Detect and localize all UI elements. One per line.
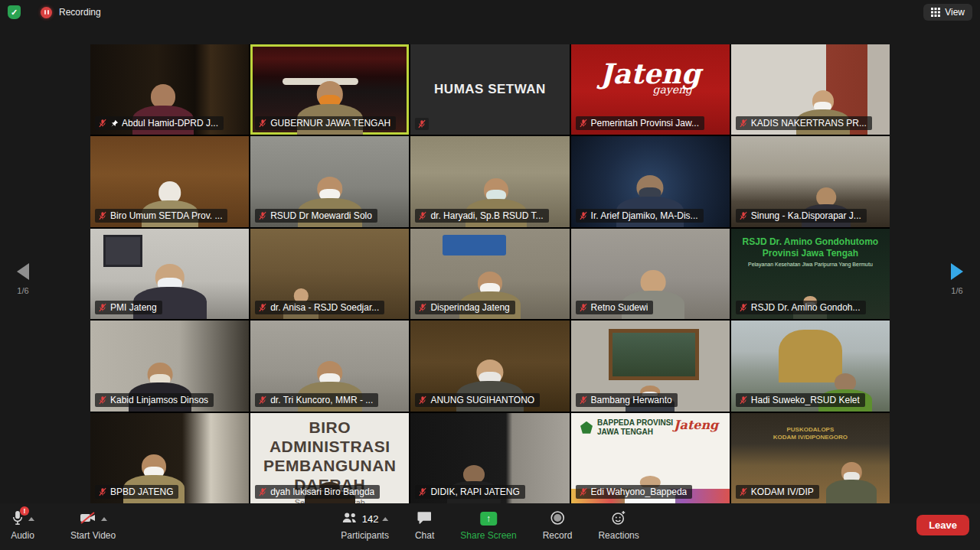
muted-mic-icon — [98, 303, 107, 312]
participant-name: Biro Umum SETDA Prov. ... — [110, 210, 222, 221]
participant-name: KODAM IV/DIP — [751, 487, 814, 497]
pin-icon — [110, 119, 119, 128]
audio-options-caret[interactable] — [28, 517, 34, 521]
muted-mic-icon — [579, 211, 588, 220]
recording-label: Recording — [59, 7, 101, 18]
video-tile[interactable]: Bambang Herwanto — [571, 321, 730, 411]
view-button[interactable]: View — [923, 4, 972, 21]
video-tile[interactable]: Hadi Suweko_RSUD Kelet — [731, 321, 890, 411]
video-tile[interactable]: Retno Sudewi — [571, 229, 730, 319]
tile-banner-text: RSJD Dr. Amino GondohutomoProvinsi Jawa … — [731, 236, 890, 267]
muted-mic-icon — [418, 211, 427, 220]
muted-mic-icon — [98, 395, 107, 405]
microphone-icon: ! — [11, 510, 24, 528]
video-tile[interactable]: dr. Haryadi, Sp.B RSUD T... — [410, 136, 569, 226]
muted-mic-icon — [739, 119, 748, 128]
video-tile[interactable]: BIRO ADMINISTRASIPEMBANGUNANDAERAHSekret… — [250, 413, 409, 503]
previous-page-arrow-icon[interactable] — [17, 263, 29, 280]
muted-mic-icon — [98, 487, 107, 496]
record-icon — [550, 510, 565, 528]
video-tile[interactable]: Kabid Linjamsos Dinsos — [90, 321, 249, 411]
video-tile[interactable]: DIDIK, RAPI JATENG — [410, 413, 569, 503]
video-tile[interactable]: dr. Tri Kuncoro, MMR - ... — [250, 321, 409, 411]
participant-nametag: BPBD JATENG — [95, 485, 178, 499]
participant-nametag: Biro Umum SETDA Prov. ... — [95, 209, 227, 223]
participant-nametag: Hadi Suweko_RSUD Kelet — [736, 393, 865, 407]
muted-mic-icon — [258, 211, 267, 220]
participant-name: Retno Sudewi — [591, 302, 648, 313]
muted-mic-icon — [739, 395, 748, 405]
leave-button[interactable]: Leave — [916, 515, 969, 535]
participants-button[interactable]: 142 Participants — [341, 510, 389, 541]
participant-name: Sinung - Ka.Disporapar J... — [751, 210, 861, 221]
video-tile[interactable]: Abdul Hamid-DPRD J... — [90, 44, 249, 135]
video-tile[interactable]: Ir. Arief Djamiko, MA-Dis... — [571, 136, 730, 226]
participant-name: dr. Tri Kuncoro, MMR - ... — [270, 395, 373, 405]
participant-nametag: RSUD Dr Moewardi Solo — [255, 209, 377, 223]
video-tile[interactable]: BPBD JATENG — [90, 413, 249, 503]
video-tile[interactable]: BAPPEDA PROVINSIJAWA TENGAHJatengEdi Wah… — [571, 413, 730, 503]
participant-name: BPBD JATENG — [110, 487, 173, 497]
video-tile[interactable]: ANUNG SUGIHANTONO — [410, 321, 569, 411]
participant-nametag: dr. Tri Kuncoro, MMR - ... — [255, 393, 378, 407]
chat-bubble-icon — [417, 511, 433, 527]
record-button-label: Record — [543, 530, 573, 541]
video-tile[interactable]: Biro Umum SETDA Prov. ... — [90, 136, 249, 226]
start-video-button-label: Start Video — [70, 530, 116, 541]
participant-nametag: Bambang Herwanto — [576, 393, 678, 407]
participant-nametag — [415, 118, 429, 130]
jateng-brand-script: Jateng — [674, 418, 718, 432]
participant-name: PMI Jateng — [110, 302, 157, 313]
video-camera-off-icon — [79, 511, 97, 527]
next-page-arrow-icon[interactable] — [951, 263, 963, 280]
muted-mic-icon — [579, 487, 588, 496]
video-tile[interactable]: PUSKODALOPSKODAM IV/DIPONEGOROKODAM IV/D… — [731, 413, 890, 503]
reactions-button[interactable]: Reactions — [598, 510, 639, 541]
start-video-button[interactable]: Start Video — [70, 510, 116, 541]
audio-button-label: Audio — [11, 530, 34, 541]
participant-name: RSJD Dr. Amino Gondoh... — [751, 302, 861, 313]
participant-nametag: KADIS NAKERTRANS PR... — [736, 116, 872, 130]
participant-nametag: Disperindag Jateng — [415, 301, 514, 314]
video-tile[interactable]: Sinung - Ka.Disporapar J... — [731, 136, 890, 226]
muted-mic-icon — [258, 395, 267, 405]
participant-name: dr. Haryadi, Sp.B RSUD T... — [430, 210, 543, 221]
video-tile[interactable]: GUBERNUR JAWA TENGAH — [250, 44, 409, 135]
participants-options-caret[interactable] — [382, 517, 388, 521]
muted-mic-icon — [579, 395, 588, 405]
participant-name: Bambang Herwanto — [591, 395, 672, 405]
recording-icon[interactable] — [41, 7, 52, 18]
participant-nametag: Pemerintah Provinsi Jaw... — [576, 116, 704, 130]
participant-nametag: dr. Anisa - RSJD Soedjar... — [255, 301, 384, 314]
participant-name: Hadi Suweko_RSUD Kelet — [751, 395, 860, 405]
share-screen-button[interactable]: ↑ Share Screen — [460, 510, 516, 541]
page-indicator-right: 1/6 — [934, 286, 980, 295]
security-shield-icon[interactable]: ✓ — [8, 5, 21, 19]
record-button[interactable]: Record — [543, 510, 573, 541]
video-tile[interactable]: Disperindag Jateng — [410, 229, 569, 319]
top-bar: ✓ Recording View — [0, 0, 980, 24]
audio-button[interactable]: ! Audio — [11, 510, 34, 541]
video-options-caret[interactable] — [101, 517, 107, 521]
video-tile[interactable]: HUMAS SETWAN — [410, 44, 569, 135]
muted-mic-icon — [98, 119, 107, 128]
participant-name: dyah lukisari Biro Bangda — [270, 487, 374, 497]
video-tile[interactable]: JatenggayengPemerintah Provinsi Jaw... — [571, 44, 730, 135]
view-button-label: View — [945, 7, 965, 18]
participant-name: Kabid Linjamsos Dinsos — [110, 395, 208, 405]
muted-mic-icon — [739, 487, 748, 496]
participant-name: dr. Anisa - RSJD Soedjar... — [270, 302, 379, 313]
participant-name: Edi Wahyono_Bappeda — [591, 487, 688, 497]
video-tile[interactable]: dr. Anisa - RSJD Soedjar... — [250, 229, 409, 319]
chat-button[interactable]: Chat — [415, 510, 434, 541]
participant-name: Pemerintah Provinsi Jaw... — [591, 118, 699, 129]
video-tile[interactable]: RSUD Dr Moewardi Solo — [250, 136, 409, 226]
participant-nametag: Abdul Hamid-DPRD J... — [95, 116, 224, 130]
video-tile[interactable]: RSJD Dr. Amino GondohutomoProvinsi Jawa … — [731, 229, 890, 319]
video-tile[interactable]: KADIS NAKERTRANS PR... — [731, 44, 890, 135]
muted-mic-icon — [418, 303, 427, 312]
participants-icon — [341, 512, 358, 526]
video-tile[interactable]: PMI Jateng — [90, 229, 249, 319]
participant-name: Abdul Hamid-DPRD J... — [122, 118, 218, 129]
bappeda-logo — [580, 421, 593, 434]
